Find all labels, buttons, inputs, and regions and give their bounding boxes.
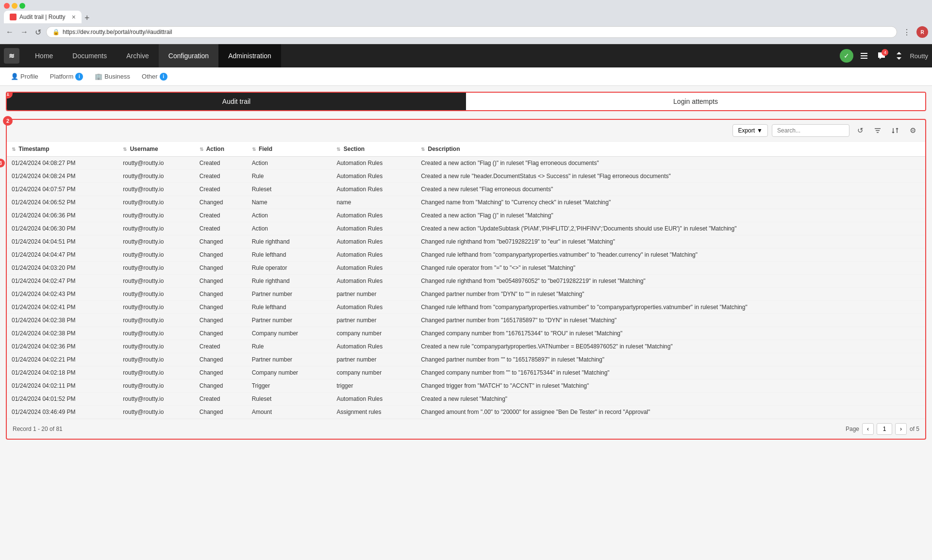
username-cell: routty@routty.io bbox=[118, 353, 194, 366]
browser-chrome: Audit trail | Routty × + ← → ↺ 🔒 https:/… bbox=[0, 0, 932, 44]
description-col-label: Description bbox=[428, 146, 460, 152]
field-cell: Partner number bbox=[247, 314, 332, 327]
field-cell: Ruleset bbox=[247, 393, 332, 406]
description-cell: Changed trigger from "MATCH" to "ACCNT" … bbox=[416, 379, 925, 393]
timestamp-cell: 01/24/2024 04:02:41 PM bbox=[7, 301, 118, 314]
prev-page-button[interactable]: ‹ bbox=[862, 423, 874, 435]
timestamp-cell: 01/24/2024 04:02:43 PM bbox=[7, 288, 118, 301]
audit-trail-tab[interactable]: Audit trail bbox=[7, 93, 466, 110]
tab-close-button[interactable]: × bbox=[72, 13, 76, 21]
table-row: 01/24/2024 04:02:36 PMroutty@routty.ioCr… bbox=[7, 340, 925, 353]
nav-user-arrow[interactable] bbox=[892, 49, 906, 63]
field-cell: Company number bbox=[247, 366, 332, 379]
description-cell: Created a new action "Flag ()" in rulese… bbox=[416, 157, 925, 170]
sort-button[interactable] bbox=[888, 124, 902, 137]
description-cell: Created a new ruleset "Matching" bbox=[416, 393, 925, 406]
nav-chat-button[interactable]: 4 bbox=[875, 49, 888, 63]
section-cell: Automation Rules bbox=[332, 262, 416, 275]
timestamp-cell: 01/24/2024 04:02:38 PM bbox=[7, 327, 118, 340]
action-cell: Created bbox=[195, 209, 247, 222]
section-cell: partner number bbox=[332, 314, 416, 327]
svg-rect-2 bbox=[861, 58, 867, 59]
next-page-button[interactable]: › bbox=[895, 423, 907, 435]
page-input[interactable] bbox=[877, 423, 892, 435]
app-logo[interactable]: ≋ bbox=[4, 48, 19, 64]
field-cell: Rule bbox=[247, 170, 332, 183]
action-cell: Changed bbox=[195, 288, 247, 301]
timestamp-cell: 01/24/2024 04:06:52 PM bbox=[7, 196, 118, 209]
col-section[interactable]: ⇅ Section bbox=[332, 142, 416, 157]
profile-initials: R bbox=[920, 30, 924, 35]
username-cell: routty@routty.io bbox=[118, 314, 194, 327]
search-input[interactable] bbox=[772, 124, 849, 137]
table-row: 01/24/2024 04:04:47 PMroutty@routty.ioCh… bbox=[7, 248, 925, 262]
forward-button[interactable]: → bbox=[18, 27, 30, 37]
action-cell: Changed bbox=[195, 301, 247, 314]
section-cell: Automation Rules bbox=[332, 340, 416, 353]
extensions-button[interactable]: ⋮ bbox=[900, 25, 914, 39]
status-icon: ✓ bbox=[844, 52, 849, 60]
subnav-other[interactable]: Other i bbox=[137, 71, 172, 82]
action-cell: Created bbox=[195, 170, 247, 183]
nav-item-documents[interactable]: Documents bbox=[63, 44, 116, 67]
username-cell: routty@routty.io bbox=[118, 183, 194, 196]
nav-item-home[interactable]: Home bbox=[25, 44, 63, 67]
app-nav: ≋ Home Documents Archive Configuration A… bbox=[0, 44, 932, 67]
action-cell: Changed bbox=[195, 262, 247, 275]
username-cell: routty@routty.io bbox=[118, 262, 194, 275]
refresh-button[interactable]: ↺ bbox=[853, 124, 867, 137]
section-cell: company number bbox=[332, 327, 416, 340]
table-row: 01/24/2024 04:02:38 PMroutty@routty.ioCh… bbox=[7, 314, 925, 327]
new-tab-button[interactable]: + bbox=[83, 13, 92, 23]
timestamp-cell: 01/24/2024 04:08:27 PM3 bbox=[7, 157, 118, 170]
description-cell: Created a new rule "companypartyproperti… bbox=[416, 340, 925, 353]
col-description[interactable]: ⇅ Description bbox=[416, 142, 925, 157]
username-cell: routty@routty.io bbox=[118, 275, 194, 288]
section-cell: Automation Rules bbox=[332, 235, 416, 248]
browser-tab[interactable]: Audit trail | Routty × bbox=[4, 11, 82, 23]
settings-button[interactable]: ⚙ bbox=[906, 124, 919, 137]
table-row: 01/24/2024 04:07:57 PMroutty@routty.ioCr… bbox=[7, 183, 925, 196]
login-attempts-tab[interactable]: Login attempts bbox=[466, 93, 925, 110]
user-name-label: Routty bbox=[910, 52, 928, 60]
section-cell: partner number bbox=[332, 288, 416, 301]
col-field[interactable]: ⇅ Field bbox=[247, 142, 332, 157]
nav-right: ✓ 4 Routty bbox=[840, 49, 928, 63]
section-cell: Automation Rules bbox=[332, 209, 416, 222]
action-cell: Created bbox=[195, 183, 247, 196]
col-timestamp[interactable]: ⇅ Timestamp bbox=[7, 142, 118, 157]
section-cell: name bbox=[332, 196, 416, 209]
section-cell: Automation Rules bbox=[332, 222, 416, 235]
description-cell: Created a new action "UpdateSubtask ('PI… bbox=[416, 222, 925, 235]
timestamp-cell: 01/24/2024 04:06:36 PM bbox=[7, 209, 118, 222]
col-action[interactable]: ⇅ Action bbox=[195, 142, 247, 157]
description-cell: Changed rule lefthand from "companyparty… bbox=[416, 248, 925, 262]
address-bar[interactable]: 🔒 https://dev.routty.be/portal/routty/#a… bbox=[46, 26, 897, 38]
svg-rect-1 bbox=[861, 55, 867, 56]
subnav-platform-label: Platform bbox=[50, 73, 73, 80]
refresh-button[interactable]: ↺ bbox=[33, 27, 43, 38]
field-cell: Ruleset bbox=[247, 183, 332, 196]
username-cell: routty@routty.io bbox=[118, 157, 194, 170]
table-row: 01/24/2024 04:03:20 PMroutty@routty.ioCh… bbox=[7, 262, 925, 275]
username-col-label: Username bbox=[130, 146, 158, 152]
nav-item-configuration[interactable]: Configuration bbox=[159, 44, 218, 67]
nav-item-archive[interactable]: Archive bbox=[116, 44, 159, 67]
tab-favicon bbox=[10, 14, 17, 20]
filter-button[interactable] bbox=[871, 124, 884, 137]
table-row: 01/24/2024 04:02:18 PMroutty@routty.ioCh… bbox=[7, 366, 925, 379]
profile-avatar[interactable]: R bbox=[916, 26, 928, 38]
nav-item-administration[interactable]: Administration bbox=[218, 44, 281, 67]
back-button[interactable]: ← bbox=[4, 27, 16, 37]
timestamp-cell: 01/24/2024 04:02:36 PM bbox=[7, 340, 118, 353]
action-cell: Created bbox=[195, 340, 247, 353]
col-username[interactable]: ⇅ Username bbox=[118, 142, 194, 157]
subnav-business[interactable]: 🏢 Business bbox=[90, 71, 135, 82]
subnav-platform[interactable]: Platform i bbox=[45, 71, 88, 82]
row-3-badge: 3 bbox=[0, 159, 5, 167]
export-button[interactable]: Export ▼ bbox=[732, 124, 768, 137]
field-cell: Rule operator bbox=[247, 262, 332, 275]
nav-list-button[interactable] bbox=[857, 49, 871, 63]
main-content: 1 Audit trail Login attempts 2 Export ▼ … bbox=[0, 86, 932, 445]
subnav-profile[interactable]: 👤 Profile bbox=[6, 71, 43, 82]
